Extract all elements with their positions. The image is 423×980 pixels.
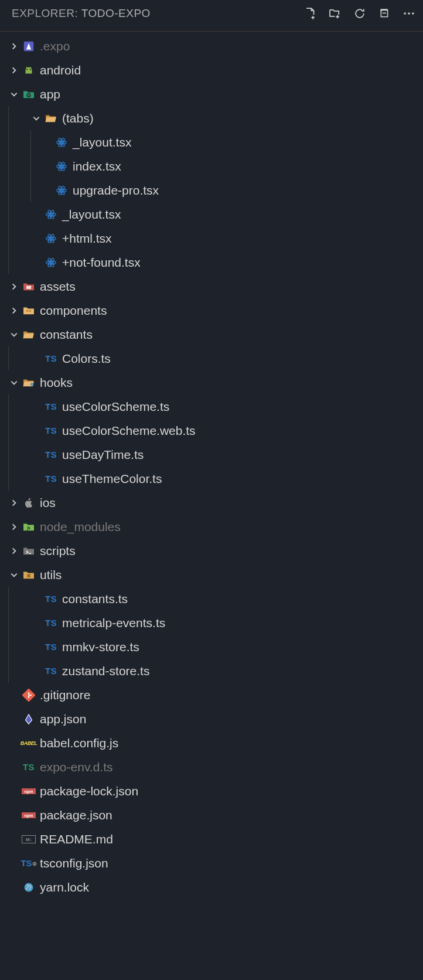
tree-item-label: expo-env.d.ts [37,760,113,774]
tree-row[interactable]: npmpackage-lock.json [0,779,423,803]
tree-row[interactable]: TS⚙tsconfig.json [0,851,423,875]
react-icon [53,136,70,149]
tree-item-label: README.md [37,832,113,846]
nodejs-icon: js [20,520,37,533]
tree-item-label: (tabs) [60,111,94,125]
svg-text:npm: npm [25,814,33,818]
tree-row[interactable]: .expo [0,34,423,58]
tree-row[interactable]: _layout.tsx [0,202,423,226]
tree-row[interactable]: app.json [0,707,423,731]
utils-icon [20,569,37,581]
tree-row[interactable]: TSuseColorScheme.ts [0,394,423,418]
ts-icon: TS [42,618,60,628]
svg-point-36 [30,383,34,386]
tree-item-label: components [37,304,107,318]
refresh-icon[interactable] [353,6,367,21]
ts-icon: TS [42,666,60,676]
chevron-right-icon[interactable] [8,523,20,531]
json-expo-icon [20,713,37,726]
tree-row[interactable]: scripts [0,539,423,563]
tree-row[interactable]: _layout.tsx [0,130,423,154]
tree-row[interactable]: (tabs) [0,106,423,130]
tree-item-label: package-lock.json [37,784,138,798]
tree-row[interactable]: constants [0,322,423,346]
tree-row[interactable]: BABELbabel.config.js [0,731,423,755]
svg-point-8 [28,94,29,96]
react-icon [53,160,70,173]
tree-row[interactable]: utils [0,563,423,587]
tree-row[interactable]: TSuseColorScheme.web.ts [0,418,423,443]
tree-row[interactable]: TSColors.ts [0,346,423,370]
tree-row[interactable]: TSconstants.ts [0,587,423,611]
svg-point-1 [404,12,406,15]
tree-item-label: useColorScheme.web.ts [60,424,196,438]
tree-item-label: +html.tsx [60,232,112,246]
tree-row[interactable]: ios [0,491,423,515]
new-folder-icon[interactable] [328,6,342,21]
tree-row[interactable]: +html.tsx [0,226,423,250]
tree-item-label: _layout.tsx [60,207,121,222]
chevron-right-icon[interactable] [8,499,20,507]
ts-gear-icon: TS⚙ [20,858,37,868]
svg-point-21 [50,213,52,216]
expo-icon [20,40,37,53]
tree-row[interactable]: android [0,58,423,82]
tree-item-label: useThemeColor.ts [60,472,162,486]
svg-text:M↓: M↓ [26,837,32,842]
tree-item-label: useDayTime.ts [60,448,144,462]
chevron-down-icon[interactable] [8,379,20,387]
tree-item-label: Colors.ts [60,352,111,366]
tree-item-label: scripts [37,544,76,558]
tree-row[interactable]: npmpackage.json [0,803,423,827]
tree-row[interactable]: TSzustand-store.ts [0,659,423,683]
tree-item-label: yarn.lock [37,880,89,894]
tree-row[interactable]: TSuseThemeColor.ts [0,467,423,491]
tree-item-label: +not-found.tsx [60,256,141,270]
new-file-icon[interactable] [303,6,318,21]
tree-row[interactable]: TSexpo-env.d.ts [0,755,423,779]
chevron-down-icon[interactable] [30,114,42,122]
tree-item-label: zustand-store.ts [60,664,149,678]
svg-point-29 [50,261,52,264]
chevron-right-icon[interactable] [8,66,20,74]
tree-row[interactable]: upgrade-pro.tsx [0,178,423,202]
svg-point-3 [412,12,414,15]
react-icon [42,256,60,269]
tree-row[interactable]: app [0,82,423,106]
tree-row[interactable]: hooks [0,370,423,394]
tree-row[interactable]: index.tsx [0,154,423,178]
tree-item-label: metricalp-events.ts [60,616,165,630]
tree-row[interactable]: components [0,298,423,322]
tree-row[interactable]: TSuseDayTime.ts [0,443,423,467]
collapse-folders-icon[interactable] [377,6,391,21]
chevron-down-icon[interactable] [8,331,20,339]
svg-point-48 [25,883,33,891]
explorer-title: EXPLORER: TODO-EXPO [9,7,151,20]
chevron-right-icon[interactable] [8,307,20,315]
chevron-down-icon[interactable] [8,90,20,98]
assets-icon [20,280,37,293]
chevron-right-icon[interactable] [8,547,20,555]
tree-row[interactable]: TSmmkv-store.ts [0,635,423,659]
svg-point-6 [30,69,31,70]
npm-icon: npm [20,787,37,795]
scripts-icon [20,545,37,557]
chevron-down-icon[interactable] [8,571,20,579]
tree-row[interactable]: yarn.lock [0,875,423,899]
tree-item-label: ios [37,496,56,510]
tree-row[interactable]: M↓README.md [0,827,423,851]
tree-row[interactable]: .gitignore [0,683,423,707]
explorer-title-project: TODO-EXPO [81,7,151,19]
tree-item-label: package.json [37,808,112,822]
explorer-panel: EXPLORER: TODO-EXPO [0,0,423,899]
tree-item-label: _layout.tsx [70,135,131,149]
tree-row[interactable]: jsnode_modules [0,515,423,539]
tree-row[interactable]: TSmetricalp-events.ts [0,611,423,635]
chevron-right-icon[interactable] [8,42,20,50]
tree-item-label: .expo [37,39,70,53]
tree-row[interactable]: +not-found.tsx [0,250,423,274]
explorer-actions [303,6,416,21]
more-actions-icon[interactable] [402,6,416,21]
tree-row[interactable]: assets [0,274,423,298]
chevron-right-icon[interactable] [8,283,20,291]
